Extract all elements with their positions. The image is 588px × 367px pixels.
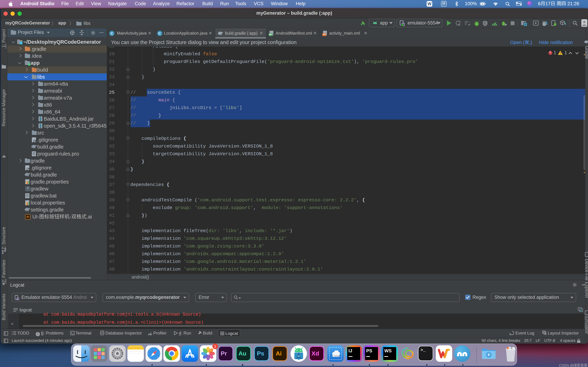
svg-text:PxCook: PxCook [334, 355, 339, 357]
svg-text:A: A [458, 23, 460, 26]
svg-text:C: C [484, 21, 486, 25]
